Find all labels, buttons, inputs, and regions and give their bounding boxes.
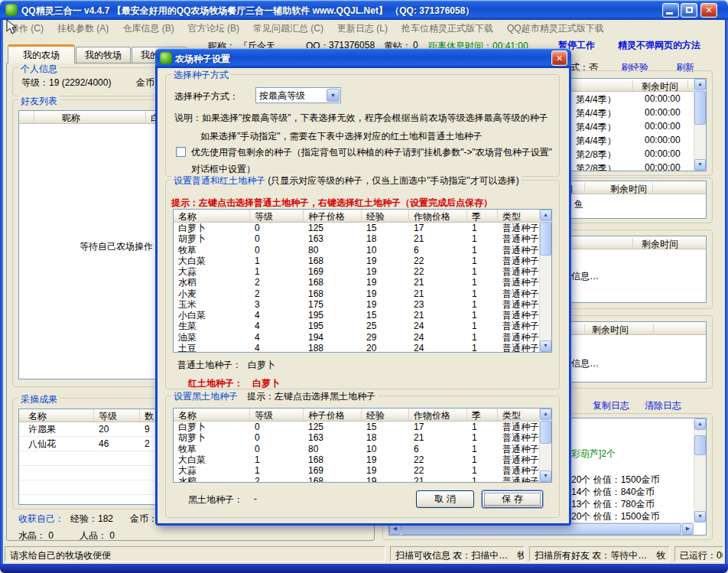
table-row[interactable]: 胡萝卜016318211普通种子	[174, 432, 539, 443]
seed-column-header[interactable]: 季	[467, 210, 498, 222]
table-cell: 生菜	[174, 321, 250, 331]
menu-item[interactable]: 常见问题汇总 (C)	[246, 22, 330, 35]
table-cell: 19	[362, 465, 409, 476]
table-row[interactable]: 小白菜419515211普通种子	[174, 310, 539, 321]
table-cell: 168	[304, 288, 362, 299]
table-cell: 19	[362, 454, 409, 465]
table-row[interactable]: 水稻216819211普通种子	[174, 277, 539, 288]
scroll-down-icon[interactable]: ▼	[540, 470, 551, 482]
header-separator	[653, 324, 654, 334]
remaining-time-header[interactable]: 剩余时间	[592, 324, 629, 337]
seed-table-scrollbar[interactable]: ▲ ▼	[539, 210, 551, 352]
seed-table-normal[interactable]: 名称等级种子价格经验作物价格季类型 白萝卜012515171普通种子胡萝卜016…	[173, 209, 552, 353]
harvest-col-level[interactable]: 等级	[94, 409, 140, 422]
scroll-down-icon[interactable]: ▼	[694, 159, 706, 171]
clear-log-link[interactable]: 清除日志	[645, 399, 681, 412]
checkbox-label-line1[interactable]: 优先使用背包剩余的种子（指定背包可以种植的种子请到"挂机参数"->"农场背包种子…	[191, 146, 552, 159]
status-section: 扫描所有好友 农：等待中… 牧：等待中…	[529, 546, 670, 562]
dialog-close-button[interactable]: ✕	[551, 50, 567, 66]
table-row[interactable]: 大蒜116919221普通种子	[174, 266, 539, 277]
table-row[interactable]: 牧草0801061普通种子	[174, 245, 539, 256]
black-seed-value: -	[254, 493, 257, 504]
backpack-seed-checkbox[interactable]	[176, 147, 186, 157]
seed-column-header[interactable]: 经验	[362, 409, 409, 421]
scroll-down-icon[interactable]: ▼	[540, 340, 551, 352]
log-vscrollbar[interactable]: ▲ ▼	[694, 418, 706, 523]
remaining-time-header[interactable]: 剩余时间	[610, 183, 647, 196]
seed-column-header[interactable]: 等级	[250, 409, 304, 421]
window-title: QQ精灵三合一 v4.4.7 【最安全好用的QQ农场牧场餐厅三合一辅助软件 ww…	[21, 5, 474, 18]
close-button[interactable]: ✕	[700, 3, 717, 18]
farm-land-scrollbar[interactable]: ▲ ▼	[694, 79, 706, 171]
table-row[interactable]: 水稻216819211普通种子	[174, 476, 539, 482]
tab-my-farm[interactable]: 我的农场	[8, 44, 75, 63]
table-cell: 25	[362, 321, 409, 331]
seed-column-header[interactable]: 名称	[174, 210, 250, 222]
scroll-thumb[interactable]	[694, 435, 706, 455]
seed-column-header[interactable]: 经验	[362, 210, 409, 222]
table-cell: 19	[362, 299, 409, 310]
table-cell: 普通种子	[498, 299, 539, 310]
chevron-down-icon[interactable]: ▼	[327, 89, 340, 102]
seed-column-header[interactable]: 作物价格	[409, 210, 467, 222]
table-row[interactable]: 小麦216819211普通种子	[174, 288, 539, 299]
scroll-thumb[interactable]	[540, 222, 551, 256]
seed-table-header[interactable]: 名称等级种子价格经验作物价格季类型	[174, 409, 551, 422]
table-row[interactable]: 胡萝卜016318211普通种子	[174, 233, 539, 244]
seed-mode-select[interactable]: 按最高等级 ▼	[255, 87, 341, 103]
scroll-up-icon[interactable]: ▲	[694, 418, 706, 430]
table-row[interactable]: 大白菜116819221普通种子	[174, 256, 539, 266]
harvest-col-name[interactable]: 名称	[19, 409, 94, 422]
menu-item[interactable]: 更新日志 (L)	[330, 22, 395, 35]
minimize-button[interactable]	[662, 3, 679, 18]
scroll-up-icon[interactable]: ▲	[540, 409, 551, 420]
seed-table-black[interactable]: 名称等级种子价格经验作物价格季类型 白萝卜012515171普通种子胡萝卜016…	[173, 408, 552, 483]
menu-item[interactable]: 官方论坛 (B)	[181, 22, 246, 35]
menu-item[interactable]: 挂机参数 (A)	[50, 22, 115, 35]
table-cell: 15	[362, 223, 409, 233]
table-row[interactable]: 白萝卜012515171普通种子	[174, 223, 539, 233]
seed-column-header[interactable]: 名称	[174, 409, 250, 421]
scroll-thumb[interactable]	[540, 421, 551, 444]
remaining-time-header[interactable]: 剩余时间	[642, 238, 678, 251]
table-row[interactable]: 生菜419525241普通种子	[174, 321, 539, 331]
tab-my-ranch[interactable]: 我的牧场	[76, 47, 131, 63]
maximize-button[interactable]	[681, 3, 697, 18]
seed-table-header[interactable]: 名称等级种子价格经验作物价格季类型	[174, 210, 551, 223]
copy-log-link[interactable]: 复制日志	[593, 399, 629, 412]
table-cell: 1	[250, 266, 304, 277]
table-row[interactable]: 大白菜116819221普通种子	[174, 454, 539, 465]
seed-table-scrollbar[interactable]: ▲ ▼	[539, 409, 551, 482]
seed-column-header[interactable]: 作物价格	[409, 409, 467, 421]
table-cell: 普通种子	[498, 454, 539, 465]
table-row[interactable]: 白萝卜012515171普通种子	[174, 422, 539, 432]
table-row[interactable]: 土豆418820241普通种子	[174, 343, 539, 352]
scroll-right-icon[interactable]: ▶	[682, 523, 694, 535]
pond-row-fish[interactable]: 鱼	[574, 198, 583, 211]
table-row[interactable]: 油菜419429241普通种子	[174, 332, 539, 343]
scroll-thumb[interactable]	[694, 91, 706, 125]
menu-item[interactable]: QQ超市精灵正式版下载	[500, 22, 611, 35]
cancel-button[interactable]: 取 消	[416, 490, 474, 508]
table-row[interactable]: 牧草0801061普通种子	[174, 444, 539, 454]
seed-column-header[interactable]: 季	[467, 409, 498, 421]
table-cell: 18	[362, 432, 409, 443]
no-popup-link[interactable]: 精灵不弹网页的方法	[618, 39, 700, 52]
menu-item[interactable]: 仓库信息 (B)	[115, 22, 180, 35]
seed-mode-label: 选择种子方式：	[174, 90, 239, 103]
scroll-up-icon[interactable]: ▲	[540, 210, 551, 221]
table-cell: 169	[304, 465, 362, 476]
menu-item[interactable]: 抢车位精灵正式版下载	[395, 22, 500, 35]
title-bar[interactable]: QQ精灵三合一 v4.4.7 【最安全好用的QQ农场牧场餐厅三合一辅助软件 ww…	[0, 0, 728, 20]
seed-column-header[interactable]: 种子价格	[304, 210, 362, 222]
friend-col-nick[interactable]: 昵称	[34, 111, 146, 123]
dialog-title-bar[interactable]: 农场种子设置 ✕	[155, 48, 571, 68]
table-row[interactable]: 玉米317519231普通种子	[174, 299, 539, 310]
table-row[interactable]: 大蒜116919221普通种子	[174, 465, 539, 476]
seed-column-header[interactable]: 等级	[250, 210, 304, 222]
scroll-up-icon[interactable]: ▲	[694, 79, 706, 90]
save-button[interactable]: 保 存	[482, 490, 543, 508]
scroll-down-icon[interactable]: ▼	[694, 511, 706, 523]
table-cell: 大蒜	[174, 465, 250, 476]
seed-column-header[interactable]: 种子价格	[304, 409, 362, 421]
